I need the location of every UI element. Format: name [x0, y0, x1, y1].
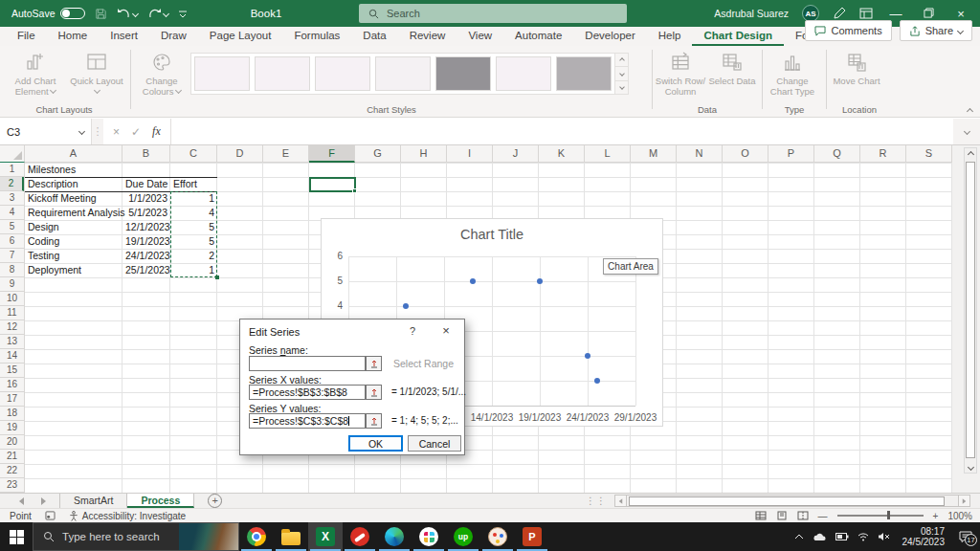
volume-muted-icon[interactable] — [878, 532, 890, 541]
column-header-H[interactable]: H — [401, 145, 447, 163]
cell-A8[interactable]: Deployment — [25, 263, 122, 277]
taskbar-file-explorer-icon[interactable] — [274, 522, 308, 551]
gallery-more-icon[interactable] — [615, 81, 628, 94]
column-header-I[interactable]: I — [447, 145, 493, 163]
taskbar-slack-icon[interactable] — [412, 522, 446, 551]
tab-file[interactable]: File — [6, 27, 47, 46]
row-header-20[interactable]: 20 — [0, 435, 24, 450]
series-y-range-picker-icon[interactable] — [366, 413, 382, 429]
taskbar-search-box[interactable]: Type here to search — [33, 522, 239, 551]
formula-input[interactable] — [171, 119, 953, 144]
share-button[interactable]: Share — [900, 20, 972, 41]
ink-pen-icon[interactable] — [833, 7, 846, 20]
chart-style-6[interactable] — [496, 56, 551, 91]
cell-B7[interactable]: 24/1/2023 — [122, 249, 170, 263]
cell-A1[interactable]: Milestones — [25, 163, 122, 177]
onedrive-icon[interactable] — [813, 533, 827, 541]
column-header-M[interactable]: M — [631, 145, 677, 163]
undo-icon[interactable] — [117, 8, 138, 19]
ok-button[interactable]: OK — [348, 435, 403, 452]
row-header-4[interactable]: 4 — [0, 206, 24, 220]
select-data-button[interactable]: Select Data — [708, 51, 756, 86]
gallery-scroll-down-icon[interactable] — [615, 67, 628, 80]
cell-B3[interactable]: 1/1/2023 — [122, 191, 170, 206]
zoom-slider[interactable] — [837, 515, 924, 517]
redo-icon[interactable] — [147, 8, 168, 19]
cell-B8[interactable]: 25/1/2023 — [122, 263, 170, 277]
chart-title[interactable]: Chart Title — [322, 227, 662, 242]
cell-B2[interactable]: Due Date — [122, 177, 170, 191]
title-search-box[interactable]: Search — [359, 4, 627, 23]
vertical-scroll-thumb[interactable] — [966, 162, 975, 458]
formula-cancel-icon[interactable]: × — [113, 125, 120, 139]
taskbar-clock[interactable]: 08:17 24/5/2023 — [902, 526, 946, 547]
hscroll-left-icon[interactable] — [614, 495, 627, 507]
column-header-L[interactable]: L — [585, 145, 631, 163]
cell-B4[interactable]: 5/1/2023 — [122, 206, 170, 220]
chart-style-3[interactable] — [315, 56, 370, 91]
series-x-range-picker-icon[interactable] — [366, 385, 382, 400]
row-header-18[interactable]: 18 — [0, 407, 24, 421]
name-box[interactable]: C3 — [0, 119, 92, 144]
chart-style-4[interactable] — [375, 56, 431, 91]
dialog-help-icon[interactable]: ? — [405, 325, 420, 337]
row-header-11[interactable]: 11 — [0, 306, 24, 320]
quick-access-menu-icon[interactable] — [178, 9, 188, 18]
horizontal-scroll-thumb[interactable] — [629, 496, 945, 506]
cell-A4[interactable]: Requirement Analysis — [25, 206, 122, 220]
zoom-level[interactable]: 100% — [947, 511, 972, 521]
row-header-19[interactable]: 19 — [0, 421, 24, 435]
tab-view[interactable]: View — [457, 27, 503, 46]
sheet-nav-right-icon[interactable] — [41, 497, 46, 505]
taskbar-chrome-icon[interactable] — [239, 522, 274, 551]
column-header-P[interactable]: P — [768, 145, 814, 163]
formula-bar-grip[interactable]: ⋮ — [92, 119, 103, 144]
collapse-ribbon-icon[interactable] — [968, 102, 972, 114]
column-header-F[interactable]: F — [309, 145, 355, 163]
column-header-B[interactable]: B — [122, 145, 170, 163]
user-name[interactable]: Asdrubal Suarez — [714, 8, 789, 19]
data-point-4[interactable] — [585, 353, 590, 359]
tab-data[interactable]: Data — [351, 27, 397, 46]
data-point-2[interactable] — [470, 278, 476, 284]
gallery-scroll-up-icon[interactable] — [615, 54, 628, 67]
battery-icon[interactable] — [835, 533, 849, 540]
sheet-tab-process[interactable]: Process — [127, 494, 194, 508]
tab-insert[interactable]: Insert — [99, 27, 149, 46]
taskbar-red-app-icon[interactable] — [343, 522, 377, 551]
cell-A2[interactable]: Description — [25, 177, 122, 191]
page-layout-view-icon[interactable] — [776, 511, 788, 520]
cell-A6[interactable]: Coding — [25, 234, 122, 249]
row-header-2[interactable]: 2 — [0, 177, 24, 191]
action-center-icon[interactable]: 17 — [959, 531, 972, 542]
column-header-D[interactable]: D — [217, 145, 263, 163]
fill-handle[interactable] — [352, 188, 357, 193]
dialog-close-icon[interactable]: × — [435, 323, 457, 338]
cell-C2[interactable]: Effort — [170, 177, 217, 191]
column-header-J[interactable]: J — [493, 145, 539, 163]
row-header-22[interactable]: 22 — [0, 464, 24, 478]
macro-record-icon[interactable] — [45, 511, 56, 520]
row-header-23[interactable]: 23 — [0, 478, 24, 493]
chart-style-1[interactable] — [194, 56, 250, 91]
change-colours-button[interactable]: Change Colours — [133, 51, 190, 97]
row-header-5[interactable]: 5 — [0, 220, 24, 234]
cancel-button[interactable]: Cancel — [408, 435, 461, 452]
comments-button[interactable]: Comments — [805, 20, 891, 41]
row-header-17[interactable]: 17 — [0, 392, 24, 407]
column-header-G[interactable]: G — [355, 145, 401, 163]
search-highlight-image[interactable] — [179, 523, 238, 550]
taskbar-paint-icon[interactable] — [480, 522, 515, 551]
tab-automate[interactable]: Automate — [503, 27, 573, 46]
formula-enter-icon[interactable]: ✓ — [131, 125, 141, 139]
row-header-6[interactable]: 6 — [0, 234, 24, 249]
row-header-12[interactable]: 12 — [0, 320, 24, 335]
column-header-O[interactable]: O — [723, 145, 768, 163]
cell-A7[interactable]: Testing — [25, 249, 122, 263]
add-chart-element-button[interactable]: Add Chart Element — [8, 51, 63, 97]
column-header-S[interactable]: S — [906, 145, 952, 163]
zoom-out-icon[interactable]: — — [818, 511, 828, 521]
row-header-15[interactable]: 15 — [0, 364, 24, 378]
taskbar-excel-icon[interactable]: X — [308, 522, 343, 551]
normal-view-icon[interactable] — [755, 511, 767, 520]
